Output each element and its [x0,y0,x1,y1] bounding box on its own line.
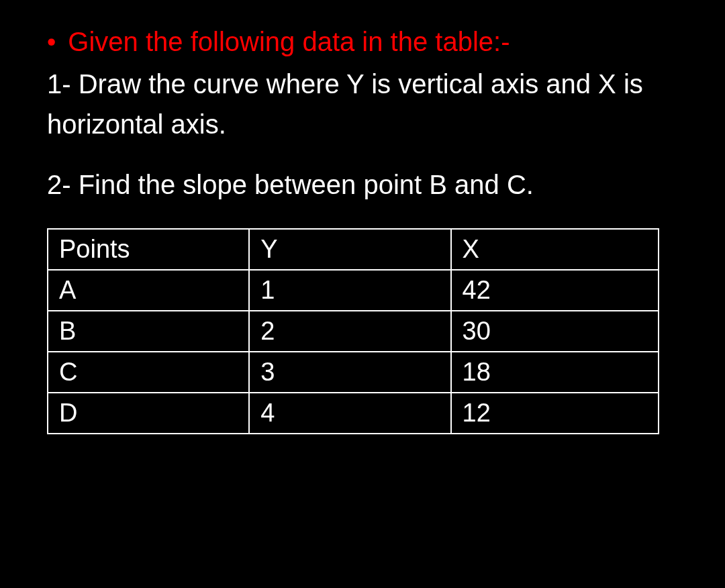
cell-y: 2 [249,311,450,352]
cell-point: A [48,270,249,311]
bullet-icon: • [47,28,56,57]
cell-x: 12 [451,393,659,434]
header-y: Y [249,229,450,270]
cell-y: 1 [249,270,450,311]
cell-point: D [48,393,249,434]
table-row: D 4 12 [48,393,659,434]
table-row: C 3 18 [48,352,659,393]
instruction-2: 2- Find the slope between point B and C. [47,164,685,205]
header-x: X [451,229,659,270]
instruction-1: 1- Draw the curve where Y is vertical ax… [47,64,685,144]
cell-x: 30 [451,311,659,352]
cell-x: 18 [451,352,659,393]
header-points: Points [48,229,249,270]
cell-y: 3 [249,352,450,393]
cell-y: 4 [249,393,450,434]
heading-text: Given the following data in the table:- [68,27,510,57]
cell-x: 42 [451,270,659,311]
document-content: • Given the following data in the table:… [40,20,685,434]
cell-point: C [48,352,249,393]
data-table: Points Y X A 1 42 B 2 30 C 3 18 D 4 12 [47,228,659,434]
table-row: A 1 42 [48,270,659,311]
heading-line: • Given the following data in the table:… [40,27,685,57]
cell-point: B [48,311,249,352]
table-header-row: Points Y X [48,229,659,270]
table-row: B 2 30 [48,311,659,352]
